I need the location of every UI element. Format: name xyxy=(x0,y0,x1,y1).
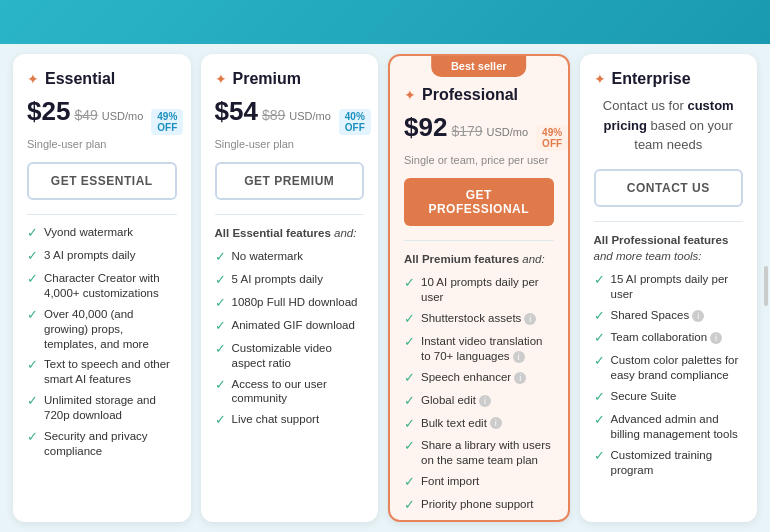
check-icon: ✓ xyxy=(27,271,38,288)
feature-item: ✓ Shared Spacesi xyxy=(594,308,744,325)
plan-icon-professional: ✦ xyxy=(404,87,416,103)
check-icon: ✓ xyxy=(27,225,38,242)
check-icon: ✓ xyxy=(27,307,38,324)
feature-item: ✓ Customized training program xyxy=(594,448,744,478)
plan-card-professional: Best seller ✦ Professional $92 $179 USD/… xyxy=(388,54,570,522)
check-icon: ✓ xyxy=(215,318,226,335)
cta-button-professional[interactable]: GET PROFESSIONAL xyxy=(404,178,554,226)
feature-text: Custom color palettes for easy brand com… xyxy=(611,353,744,383)
feature-item: ✓ Unlimited storage and 720p download xyxy=(27,393,177,423)
feature-text: Unlimited storage and 720p download xyxy=(44,393,177,423)
check-icon: ✓ xyxy=(404,370,415,387)
price-main-essential: $25 xyxy=(27,96,70,127)
feature-item: ✓ Global editi xyxy=(404,393,554,410)
feature-item: ✓ Security and privacy compliance xyxy=(27,429,177,459)
check-icon: ✓ xyxy=(404,438,415,455)
plan-header-essential: ✦ Essential xyxy=(27,70,177,88)
feature-section-label-professional: All Premium features and: xyxy=(404,251,554,267)
scrollbar[interactable] xyxy=(764,266,768,306)
feature-text: Access to our user community xyxy=(232,377,365,407)
price-period-premium: USD/mo xyxy=(289,110,331,122)
best-seller-badge: Best seller xyxy=(431,55,527,77)
feature-text: Live chat support xyxy=(232,412,320,427)
feature-list-enterprise: ✓ 15 AI prompts daily per user ✓ Shared … xyxy=(594,272,744,478)
check-icon: ✓ xyxy=(27,393,38,410)
check-icon: ✓ xyxy=(215,249,226,266)
feature-item: ✓ Secure Suite xyxy=(594,389,744,406)
plan-icon-premium: ✦ xyxy=(215,71,227,87)
check-icon: ✓ xyxy=(215,412,226,429)
discount-badge-essential: 49% OFF xyxy=(151,109,183,135)
plan-card-enterprise: ✦ Enterprise Contact us for custom prici… xyxy=(580,54,758,522)
feature-text: Secure Suite xyxy=(611,389,677,404)
feature-text: No watermark xyxy=(232,249,304,264)
check-icon: ✓ xyxy=(404,497,415,514)
plans-container: ✦ Essential $25 $49 USD/mo 49% OFF Singl… xyxy=(0,44,770,532)
feature-item: ✓ Instant video translation to 70+ langu… xyxy=(404,334,554,364)
info-icon[interactable]: i xyxy=(513,351,525,363)
feature-text: Share a library with users on the same t… xyxy=(421,438,554,468)
feature-list-essential: ✓ Vyond watermark ✓ 3 AI prompts daily ✓… xyxy=(27,225,177,459)
plan-subtitle-essential: Single-user plan xyxy=(27,138,177,150)
info-icon[interactable]: i xyxy=(524,313,536,325)
feature-item: ✓ No watermark xyxy=(215,249,365,266)
plan-header-premium: ✦ Premium xyxy=(215,70,365,88)
feature-item: ✓ Priority phone support xyxy=(404,497,554,514)
check-icon: ✓ xyxy=(215,295,226,312)
feature-text: Security and privacy compliance xyxy=(44,429,177,459)
plan-subtitle-premium: Single-user plan xyxy=(215,138,365,150)
divider-essential xyxy=(27,214,177,215)
check-icon: ✓ xyxy=(215,377,226,394)
feature-text: Bulk text editi xyxy=(421,416,502,431)
feature-item: ✓ Bulk text editi xyxy=(404,416,554,433)
feature-text: 5 AI prompts daily xyxy=(232,272,323,287)
cta-button-enterprise[interactable]: CONTACT US xyxy=(594,169,744,207)
plan-name-essential: Essential xyxy=(45,70,115,88)
plan-subtitle-professional: Single or team, price per user xyxy=(404,154,554,166)
feature-item: ✓ 1080p Full HD download xyxy=(215,295,365,312)
info-icon[interactable]: i xyxy=(490,417,502,429)
discount-badge-professional: 49% OFF xyxy=(536,125,568,151)
info-icon[interactable]: i xyxy=(479,395,491,407)
feature-item: ✓ Shutterstock assetsi xyxy=(404,311,554,328)
feature-item: ✓ 5 AI prompts daily xyxy=(215,272,365,289)
feature-text: Font import xyxy=(421,474,479,489)
plan-name-professional: Professional xyxy=(422,86,518,104)
plan-card-essential: ✦ Essential $25 $49 USD/mo 49% OFF Singl… xyxy=(13,54,191,522)
check-icon: ✓ xyxy=(27,429,38,446)
feature-item: ✓ Access to our user community xyxy=(215,377,365,407)
feature-text: Speech enhanceri xyxy=(421,370,526,385)
plan-name-premium: Premium xyxy=(233,70,301,88)
info-icon[interactable]: i xyxy=(514,372,526,384)
feature-item: ✓ Text to speech and other smart AI feat… xyxy=(27,357,177,387)
feature-item: ✓ Live chat support xyxy=(215,412,365,429)
plan-name-enterprise: Enterprise xyxy=(612,70,691,88)
info-icon[interactable]: i xyxy=(692,310,704,322)
info-icon[interactable]: i xyxy=(710,332,722,344)
feature-item: ✓ Customizable video aspect ratio xyxy=(215,341,365,371)
feature-item: ✓ Share a library with users on the same… xyxy=(404,438,554,468)
feature-text: 15 AI prompts daily per user xyxy=(611,272,744,302)
cta-button-premium[interactable]: GET PREMIUM xyxy=(215,162,365,200)
check-icon: ✓ xyxy=(594,330,605,347)
feature-item: ✓ Over 40,000 (and growing) props, templ… xyxy=(27,307,177,352)
feature-text: Animated GIF download xyxy=(232,318,355,333)
check-icon: ✓ xyxy=(404,311,415,328)
divider-premium xyxy=(215,214,365,215)
cta-button-essential[interactable]: GET ESSENTIAL xyxy=(27,162,177,200)
check-icon: ✓ xyxy=(594,308,605,325)
feature-item: ✓ Speech enhanceri xyxy=(404,370,554,387)
feature-text: Instant video translation to 70+ languag… xyxy=(421,334,554,364)
check-icon: ✓ xyxy=(27,248,38,265)
feature-text: Customizable video aspect ratio xyxy=(232,341,365,371)
feature-item: ✓ Character Creator with 4,000+ customiz… xyxy=(27,271,177,301)
feature-text: Shutterstock assetsi xyxy=(421,311,536,326)
check-icon: ✓ xyxy=(594,448,605,465)
feature-text: Priority phone support xyxy=(421,497,534,512)
feature-item: ✓ 15 AI prompts daily per user xyxy=(594,272,744,302)
feature-text: Shared Spacesi xyxy=(611,308,705,323)
feature-text: Customized training program xyxy=(611,448,744,478)
check-icon: ✓ xyxy=(594,272,605,289)
check-icon: ✓ xyxy=(404,416,415,433)
check-icon: ✓ xyxy=(404,334,415,351)
